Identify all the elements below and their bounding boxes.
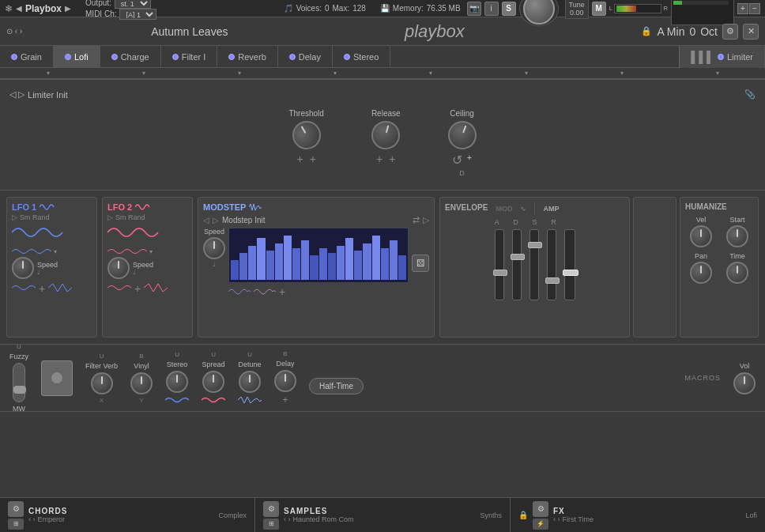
step-13[interactable]: [337, 246, 345, 280]
step-18[interactable]: [381, 248, 389, 280]
release-minus[interactable]: +: [389, 153, 395, 165]
step-15[interactable]: [354, 251, 362, 280]
release-knob[interactable]: [368, 118, 403, 153]
camera-button[interactable]: 📷: [467, 2, 481, 16]
step-19[interactable]: [390, 240, 398, 280]
output-select[interactable]: st. 1: [115, 0, 151, 9]
fx-nav[interactable]: ‹ ›: [553, 515, 560, 523]
step-1[interactable]: [231, 260, 239, 280]
inst-back[interactable]: ‹: [15, 27, 17, 36]
step-sequencer[interactable]: [228, 228, 409, 283]
modstep-nav-left[interactable]: ◁: [203, 216, 209, 224]
delay-knob[interactable]: [274, 370, 296, 392]
tab-filter1[interactable]: Filter I: [161, 46, 218, 68]
stereo-dd[interactable]: ▾: [574, 70, 669, 77]
step-17[interactable]: [372, 236, 380, 280]
step-8[interactable]: [292, 248, 300, 280]
step-5[interactable]: [266, 251, 274, 280]
ceiling-plus[interactable]: +: [467, 153, 472, 168]
chords-settings-icon[interactable]: ⚙: [8, 501, 24, 517]
tab-grain[interactable]: Grain: [0, 46, 54, 68]
halftime-button[interactable]: Half-Time: [309, 378, 364, 394]
env-d-fader[interactable]: [512, 229, 522, 300]
modstep-speed-knob[interactable]: [203, 237, 225, 259]
step-12[interactable]: [328, 253, 336, 280]
ceiling-reset[interactable]: ↺: [452, 153, 462, 168]
prev-arrow[interactable]: ◀: [16, 4, 22, 13]
modstep-add[interactable]: +: [279, 285, 285, 298]
tab-stereo[interactable]: Stereo: [333, 46, 390, 68]
vel-knob[interactable]: [690, 225, 712, 247]
step-10[interactable]: [310, 255, 318, 280]
fx-settings-icon[interactable]: ⚙: [533, 501, 548, 517]
tab-limiter-bar[interactable]: ▌▌▌ Limiter: [679, 46, 765, 68]
step-9[interactable]: [301, 240, 309, 280]
step-7[interactable]: [284, 236, 292, 280]
detune-knob[interactable]: [239, 371, 261, 393]
midi-select[interactable]: [A] 1: [119, 9, 156, 20]
lfo2-wave-down[interactable]: ▾: [149, 248, 153, 255]
modstep-nav-right[interactable]: ▷: [213, 216, 219, 224]
m-button[interactable]: M: [592, 2, 606, 16]
filter-verb-knob[interactable]: [91, 372, 113, 394]
delay-dd[interactable]: ▾: [478, 70, 574, 77]
lfo2-speed-knob[interactable]: [107, 257, 130, 279]
reverb-dd[interactable]: ▾: [382, 70, 478, 77]
step-4[interactable]: [257, 238, 265, 280]
spread-knob[interactable]: [202, 371, 224, 393]
lfo1-speed-knob[interactable]: [12, 257, 34, 279]
delay-plus[interactable]: +: [283, 394, 288, 406]
minus-btn[interactable]: −: [749, 3, 760, 14]
threshold-minus[interactable]: +: [310, 153, 316, 165]
nav-arrows-limiter[interactable]: ◁ ▷: [9, 89, 24, 100]
modstep-swap[interactable]: ⇄: [413, 215, 420, 225]
step-6[interactable]: [275, 243, 283, 281]
step-2[interactable]: [239, 253, 247, 280]
tab-delay[interactable]: Delay: [278, 46, 333, 68]
dice-button[interactable]: ⚄: [412, 255, 429, 272]
filter1-dd[interactable]: ▾: [287, 70, 382, 77]
tab-lofi[interactable]: Lofi: [54, 46, 100, 68]
pan-knob[interactable]: [690, 262, 712, 284]
env-s-fader[interactable]: [529, 229, 539, 300]
samples-settings-icon[interactable]: ⚙: [263, 501, 279, 517]
step-14[interactable]: [345, 238, 353, 280]
s-button[interactable]: S: [502, 2, 516, 16]
inst-fwd[interactable]: ›: [20, 27, 22, 36]
lfo1-wave-down[interactable]: ▾: [54, 248, 57, 255]
threshold-knob[interactable]: [287, 115, 326, 154]
lfo1-add[interactable]: +: [39, 282, 45, 295]
plus-btn[interactable]: +: [737, 3, 748, 14]
env-r-fader[interactable]: [547, 229, 556, 300]
info-button[interactable]: i: [484, 2, 499, 16]
grain-dd[interactable]: ▾: [0, 70, 96, 77]
tab-charge[interactable]: Charge: [100, 46, 161, 68]
chords-nav[interactable]: ‹ ›: [28, 515, 36, 523]
modstep-play[interactable]: ▷: [423, 215, 429, 225]
samples-nav[interactable]: ‹ ›: [284, 515, 291, 523]
ceiling-knob[interactable]: [444, 117, 480, 153]
step-20[interactable]: [398, 255, 406, 280]
close-button[interactable]: ✕: [743, 24, 759, 40]
vol-knob[interactable]: [733, 372, 756, 394]
stereo-knob[interactable]: [166, 371, 188, 393]
amp-fader[interactable]: [564, 229, 575, 300]
step-3[interactable]: [248, 246, 256, 280]
tab-reverb[interactable]: Reverb: [217, 46, 277, 68]
step-11[interactable]: [319, 248, 327, 280]
time-knob[interactable]: [726, 262, 748, 284]
vinyl-knob[interactable]: [130, 372, 153, 394]
lfo2-add[interactable]: +: [134, 282, 141, 295]
limiter-dd[interactable]: ▾: [669, 70, 765, 77]
release-plus[interactable]: +: [376, 153, 382, 165]
mw-pad[interactable]: [41, 360, 73, 396]
env-a-fader[interactable]: [495, 229, 504, 300]
lofi-dd[interactable]: ▾: [96, 70, 191, 77]
charge-dd[interactable]: ▾: [191, 70, 287, 77]
settings-button[interactable]: ⚙: [722, 24, 738, 40]
step-16[interactable]: [363, 243, 371, 281]
threshold-plus[interactable]: +: [296, 153, 303, 165]
ceiling-d[interactable]: D: [459, 169, 465, 177]
start-knob[interactable]: [726, 225, 748, 247]
next-arrow[interactable]: ▶: [65, 4, 71, 13]
